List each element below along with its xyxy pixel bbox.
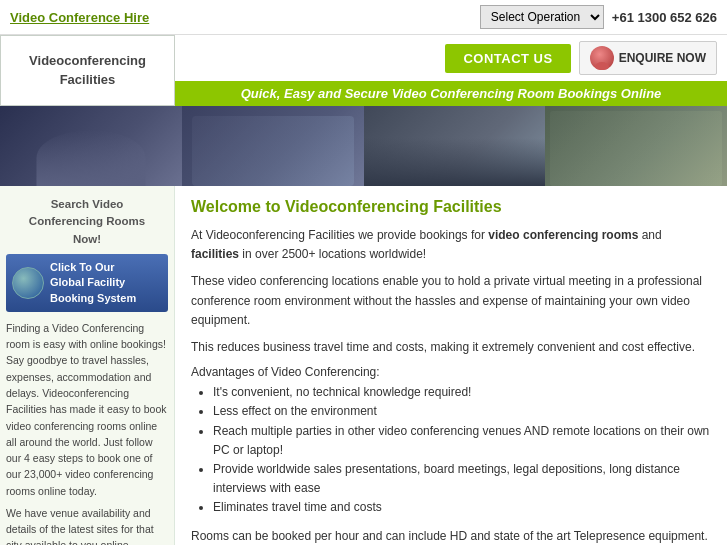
second-bar: Videoconferencing Facilities CONTACT US … <box>0 35 727 106</box>
welcome-heading: Welcome to Videoconferencing Facilities <box>191 198 711 216</box>
para-3: This reduces business travel time and co… <box>191 338 711 357</box>
hero-image-3 <box>364 106 546 186</box>
sidebar-para-1: Finding a Video Conferencing room is eas… <box>6 320 168 499</box>
green-banner: Quick, Easy and Secure Video Conferencin… <box>175 81 727 106</box>
para-2: These video conferencing locations enabl… <box>191 272 711 330</box>
enquire-now-button[interactable]: ENQUIRE NOW <box>579 41 717 75</box>
hero-image-1 <box>0 106 182 186</box>
contact-us-button[interactable]: CONTACT US <box>445 44 570 73</box>
right-header: CONTACT US ENQUIRE NOW Quick, Easy and S… <box>175 35 727 106</box>
search-video-title: Search VideoConferencing RoomsNow! <box>6 192 168 254</box>
globe-icon <box>12 267 44 299</box>
phone-number: +61 1300 652 626 <box>612 10 717 25</box>
sidebar-para-2: We have venue availability and details o… <box>6 505 168 545</box>
left-sidebar: Search VideoConferencing RoomsNow! Click… <box>0 186 175 545</box>
vcf-label-text: Videoconferencing Facilities <box>9 52 166 88</box>
advantage-item-4: Provide worldwide sales presentations, b… <box>213 460 711 498</box>
hero-image-2 <box>182 106 364 186</box>
advantage-item-5: Eliminates travel time and costs <box>213 498 711 517</box>
page-wrapper: Video Conference Hire Select Operation +… <box>0 0 727 545</box>
header-right: Select Operation +61 1300 652 626 <box>480 5 717 29</box>
advantages-heading: Advantages of Video Conferencing: <box>191 365 711 379</box>
booking-btn-text: Click To Our Global Facility Booking Sys… <box>50 260 136 306</box>
booking-system-button[interactable]: Click To Our Global Facility Booking Sys… <box>6 254 168 312</box>
enquire-avatar-icon <box>590 46 614 70</box>
para-1: At Videoconferencing Facilities we provi… <box>191 226 711 264</box>
hero-image-4 <box>545 106 727 186</box>
search-title-text: Search VideoConferencing RoomsNow! <box>29 198 145 245</box>
main-content: Welcome to Videoconferencing Facilities … <box>175 186 727 545</box>
advantage-item-1: It's convenient, no technical knowledge … <box>213 383 711 402</box>
advantage-item-3: Reach multiple parties in other video co… <box>213 422 711 460</box>
content-area: Search VideoConferencing RoomsNow! Click… <box>0 186 727 545</box>
para-4: Rooms can be booked per hour and can inc… <box>191 527 711 545</box>
top-bar: Video Conference Hire Select Operation +… <box>0 0 727 35</box>
button-bar: CONTACT US ENQUIRE NOW <box>175 35 727 81</box>
site-title[interactable]: Video Conference Hire <box>10 10 149 25</box>
vcf-sidebar-label: Videoconferencing Facilities <box>0 35 175 106</box>
enquire-now-label: ENQUIRE NOW <box>619 51 706 65</box>
advantages-list: It's convenient, no technical knowledge … <box>213 383 711 517</box>
sidebar-body: Finding a Video Conferencing room is eas… <box>6 320 168 545</box>
hero-images-row <box>0 106 727 186</box>
advantage-item-2: Less effect on the environment <box>213 402 711 421</box>
select-operation[interactable]: Select Operation <box>480 5 604 29</box>
